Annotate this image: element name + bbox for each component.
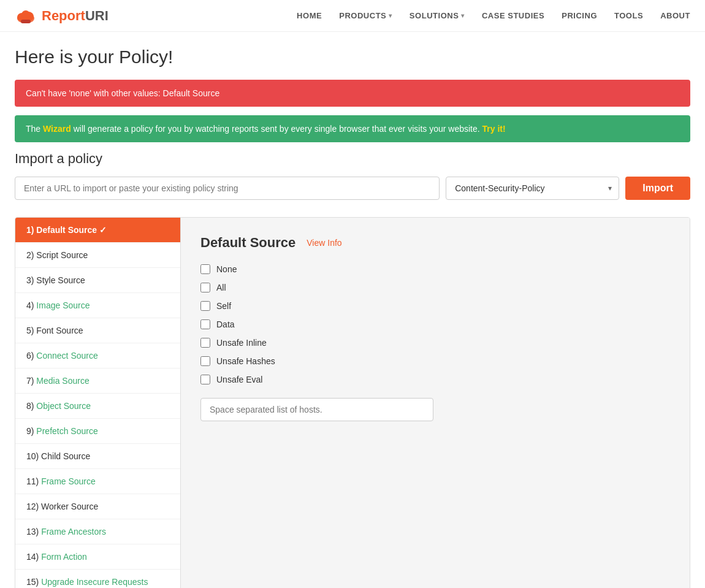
checkbox-none[interactable]: [200, 264, 210, 274]
panel-header: Default Source View Info: [200, 235, 670, 251]
checkbox-item-none: None: [200, 264, 670, 274]
checkbox-data[interactable]: [200, 319, 210, 329]
nav-case-studies[interactable]: CASE STUDIES: [482, 11, 544, 20]
checkbox-all[interactable]: [200, 283, 210, 292]
sidebar-item-6[interactable]: 6) Connect Source: [15, 343, 180, 368]
sidebar-item-13[interactable]: 13) Frame Ancestors: [15, 519, 180, 544]
logo-icon: [15, 5, 37, 27]
checkbox-label-unsafe-eval[interactable]: Unsafe Eval: [216, 375, 262, 384]
checkbox-self[interactable]: [200, 301, 210, 311]
import-button[interactable]: Import: [625, 177, 690, 200]
checkbox-item-unsafe-inline: Unsafe Inline: [200, 338, 670, 348]
chevron-down-icon: ▾: [461, 12, 465, 19]
checkbox-list: NoneAllSelfDataUnsafe InlineUnsafe Hashe…: [200, 264, 670, 384]
navbar: ReportURI HOME PRODUCTS ▾ SOLUTIONS ▾ CA…: [0, 0, 705, 32]
sidebar-item-7[interactable]: 7) Media Source: [15, 368, 180, 394]
checkbox-label-unsafe-hashes[interactable]: Unsafe Hashes: [216, 356, 275, 366]
checkbox-unsafe-eval[interactable]: [200, 375, 210, 384]
checkbox-label-all[interactable]: All: [216, 283, 226, 292]
nav-pricing[interactable]: PRICING: [562, 11, 597, 20]
sidebar-item-14[interactable]: 14) Form Action: [15, 544, 180, 570]
hosts-input[interactable]: [200, 398, 433, 421]
nav-about[interactable]: ABOUT: [660, 11, 690, 20]
svg-point-3: [21, 10, 30, 19]
svg-rect-4: [21, 20, 31, 23]
sidebar-item-10[interactable]: 10) Child Source: [15, 444, 180, 469]
policy-panel: Default Source View Info NoneAllSelfData…: [181, 218, 690, 588]
page-title: Here is your Policy!: [15, 47, 690, 67]
import-select-wrap: Content-Security-PolicyContent-Security-…: [446, 177, 619, 200]
logo[interactable]: ReportURI: [15, 5, 109, 27]
import-select[interactable]: Content-Security-PolicyContent-Security-…: [446, 177, 619, 200]
sidebar-item-8[interactable]: 8) Object Source: [15, 394, 180, 419]
sidebar-item-1[interactable]: 1) Default Source ✓: [15, 218, 180, 243]
checkbox-label-unsafe-inline[interactable]: Unsafe Inline: [216, 338, 267, 348]
import-row: Content-Security-PolicyContent-Security-…: [15, 177, 690, 200]
checkbox-unsafe-hashes[interactable]: [200, 356, 210, 366]
policy-builder: 1) Default Source ✓2) Script Source3) St…: [15, 217, 690, 588]
checkbox-label-self[interactable]: Self: [216, 301, 231, 311]
alert-error: Can't have 'none' with other values: Def…: [15, 80, 690, 107]
nav-home[interactable]: HOME: [297, 11, 322, 20]
sidebar-item-5[interactable]: 5) Font Source: [15, 318, 180, 343]
alert-info-prefix: The: [26, 124, 43, 134]
import-section: Import a policy Content-Security-PolicyC…: [15, 151, 690, 200]
checkbox-item-data: Data: [200, 319, 670, 329]
alert-info: The Wizard will generate a policy for yo…: [15, 115, 690, 142]
checkbox-label-data[interactable]: Data: [216, 319, 235, 329]
sidebar-item-4[interactable]: 4) Image Source: [15, 293, 180, 318]
nav-solutions[interactable]: SOLUTIONS ▾: [410, 11, 465, 20]
checkbox-item-unsafe-hashes: Unsafe Hashes: [200, 356, 670, 366]
chevron-down-icon: ▾: [389, 12, 392, 19]
alert-error-text: Can't have 'none' with other values: Def…: [26, 88, 219, 98]
sidebar-item-12[interactable]: 12) Worker Source: [15, 494, 180, 519]
alert-info-suffix: will generate a policy for you by watchi…: [71, 124, 482, 134]
import-input[interactable]: [15, 177, 440, 200]
view-info-link[interactable]: View Info: [307, 238, 341, 248]
checkbox-item-unsafe-eval: Unsafe Eval: [200, 375, 670, 384]
wizard-link[interactable]: Wizard: [43, 124, 71, 134]
checkbox-item-self: Self: [200, 301, 670, 311]
checkbox-label-none[interactable]: None: [216, 264, 237, 274]
sidebar-item-11[interactable]: 11) Frame Source: [15, 469, 180, 494]
nav-tools[interactable]: TOOLS: [614, 11, 643, 20]
logo-uri: URI: [85, 8, 109, 23]
import-title: Import a policy: [15, 151, 690, 167]
sidebar-item-15[interactable]: 15) Upgrade Insecure Requests: [15, 570, 180, 588]
checkbox-unsafe-inline[interactable]: [200, 338, 210, 348]
sidebar-item-9[interactable]: 9) Prefetch Source: [15, 419, 180, 444]
sidebar-item-2[interactable]: 2) Script Source: [15, 243, 180, 268]
main-content: Here is your Policy! Can't have 'none' w…: [0, 32, 705, 588]
nav-products[interactable]: PRODUCTS ▾: [339, 11, 392, 20]
sidebar-item-3[interactable]: 3) Style Source: [15, 268, 180, 293]
try-it-link[interactable]: Try it!: [482, 124, 506, 134]
logo-report: Report: [42, 8, 85, 23]
policy-sidebar: 1) Default Source ✓2) Script Source3) St…: [15, 218, 181, 588]
panel-title: Default Source: [200, 235, 295, 251]
checkbox-item-all: All: [200, 283, 670, 292]
nav-links: HOME PRODUCTS ▾ SOLUTIONS ▾ CASE STUDIES…: [297, 11, 690, 20]
